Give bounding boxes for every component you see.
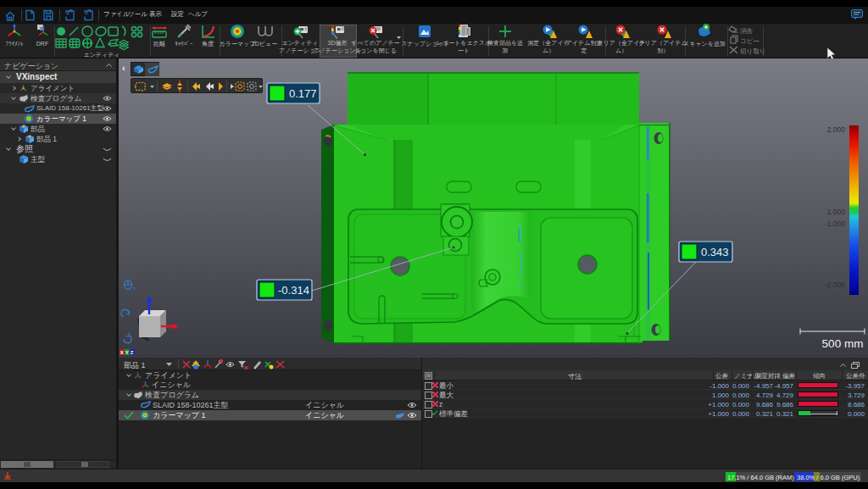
svg-text:Y: Y	[125, 350, 129, 355]
svg-text:Z: Z	[131, 350, 134, 355]
svg-text:1.000: 1.000	[827, 208, 846, 216]
svg-text:-1.000: -1.000	[825, 219, 845, 228]
svg-text:-0.314: -0.314	[278, 284, 309, 297]
svg-text:?: ?	[132, 286, 136, 292]
svg-text:500 mm: 500 mm	[822, 337, 864, 350]
svg-text:0.343: 0.343	[701, 246, 729, 258]
svg-text:0.177: 0.177	[289, 87, 317, 100]
svg-text:X: X	[120, 350, 124, 355]
svg-text:-2.000: -2.000	[825, 281, 845, 289]
svg-text:‹: ‹	[122, 63, 125, 73]
svg-text:2.000: 2.000	[827, 125, 846, 134]
